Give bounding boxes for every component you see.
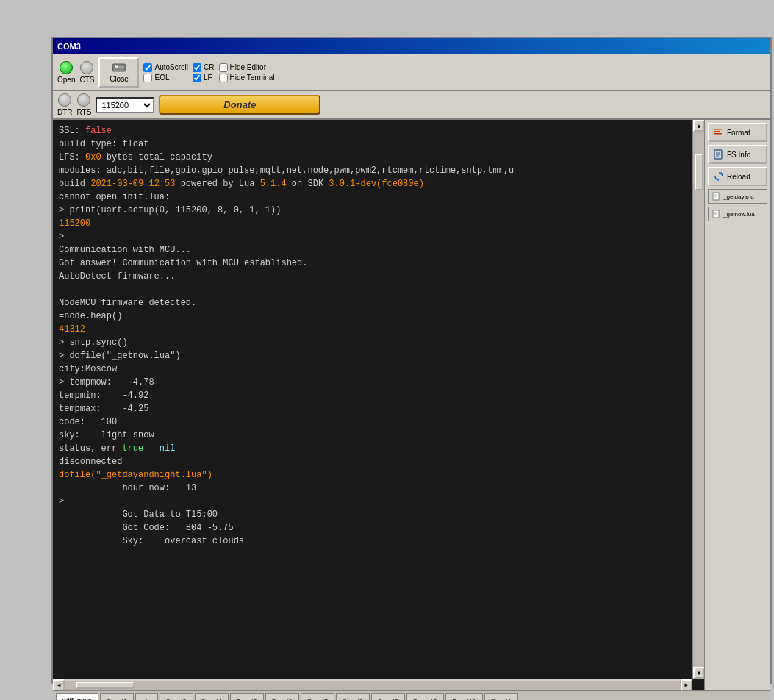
- file2-label: _getnow.lua: [723, 211, 755, 218]
- rts-led: RTS: [77, 93, 92, 116]
- tab-script6[interactable]: Script6: [265, 693, 299, 700]
- cr-label: CR: [204, 63, 214, 71]
- fsinfo-label: FS Info: [727, 151, 750, 159]
- lf-label: LF: [204, 74, 212, 82]
- svg-rect-4: [714, 129, 722, 130]
- lf-item[interactable]: LF: [193, 74, 214, 82]
- autoscroll-label: AutoScroll: [154, 63, 188, 71]
- scroll-thumb-h[interactable]: [76, 682, 135, 689]
- tab-wifi8266[interactable]: wifi_8266: [56, 693, 98, 700]
- tab-bar: wifi_8266 Script1 nth Script2 Script4 Sc…: [53, 690, 770, 700]
- cr-item[interactable]: CR: [193, 63, 214, 72]
- fsinfo-icon: [714, 149, 724, 160]
- tab-script1[interactable]: Script1: [100, 693, 134, 700]
- autoscroll-checkbox[interactable]: [143, 63, 152, 72]
- terminal-output[interactable]: SSL: false build type: float LFS: 0x0 by…: [53, 120, 704, 676]
- tab-10-label: Script10: [413, 698, 437, 701]
- tab-script11[interactable]: Script11: [445, 693, 483, 700]
- open-led-indicator: [60, 61, 73, 74]
- main-window: COM3 Open CTS Close AutoSc: [51, 37, 772, 684]
- hide-editor-item[interactable]: Hide Editor: [219, 63, 275, 72]
- eol-item[interactable]: EOL: [143, 74, 188, 82]
- svg-rect-6: [714, 133, 722, 135]
- baud-select[interactable]: 115200 9600 57600 230400: [96, 97, 154, 113]
- eol-label: EOL: [154, 74, 169, 82]
- dtr-led-indicator: [58, 93, 71, 107]
- close-icon: [112, 62, 126, 74]
- file-icon-2: [712, 210, 721, 218]
- reload-label: Reload: [727, 173, 750, 181]
- toolbar-row1: Open CTS Close AutoScroll EO: [53, 54, 770, 91]
- tab-1-label: Script1: [107, 698, 127, 701]
- checkbox-group-3: Hide Editor Hide Terminal: [219, 63, 275, 82]
- vertical-scrollbar[interactable]: ▲ ▼: [692, 120, 704, 679]
- hide-terminal-label: Hide Terminal: [230, 74, 275, 82]
- format-button[interactable]: Format: [708, 123, 767, 142]
- tab-script8[interactable]: Script8: [336, 693, 370, 700]
- file1-label: _getdayand: [723, 193, 754, 200]
- file-item-2[interactable]: _getnow.lua: [708, 207, 767, 221]
- file-icon-1: [712, 192, 721, 201]
- file-item-1[interactable]: _getdayand: [708, 189, 767, 204]
- hide-editor-checkbox[interactable]: [219, 63, 228, 72]
- checkbox-group-2: CR LF: [193, 63, 214, 82]
- svg-rect-5: [714, 131, 720, 132]
- scroll-track-h: [65, 681, 681, 690]
- window-title: COM3: [57, 42, 81, 51]
- svg-rect-0: [113, 64, 126, 71]
- tab-5-label: Script5: [237, 698, 257, 701]
- scroll-up-button[interactable]: ▲: [693, 120, 704, 132]
- rts-label: RTS: [77, 108, 92, 116]
- tab-script1b[interactable]: Script1: [484, 693, 518, 700]
- tab-3-label: Script2: [166, 698, 187, 701]
- tab-6-label: Script6: [272, 698, 293, 701]
- hide-terminal-item[interactable]: Hide Terminal: [219, 74, 275, 82]
- tab-12-label: Script1: [491, 698, 512, 701]
- tab-script10[interactable]: Script10: [406, 693, 444, 700]
- fsinfo-button[interactable]: FS Info: [708, 145, 767, 164]
- dtr-label: DTR: [57, 108, 73, 116]
- tab-script4[interactable]: Script4: [195, 693, 229, 700]
- eol-checkbox[interactable]: [143, 74, 152, 82]
- tab-script9[interactable]: Script9: [371, 693, 405, 700]
- tab-nth[interactable]: nth: [135, 693, 158, 700]
- reload-icon: [714, 171, 724, 182]
- tab-8-label: Script8: [343, 698, 363, 701]
- title-bar: COM3: [53, 38, 770, 54]
- lf-checkbox[interactable]: [193, 74, 201, 82]
- hide-terminal-checkbox[interactable]: [219, 74, 228, 82]
- cts-led: CTS: [79, 61, 94, 84]
- cr-checkbox[interactable]: [193, 63, 201, 72]
- toolbar-row2: DTR RTS 115200 9600 57600 230400 Donate: [53, 91, 770, 120]
- horizontal-scrollbar[interactable]: ◀ ▶: [53, 679, 692, 690]
- donate-button[interactable]: Donate: [159, 95, 320, 115]
- scroll-thumb-v[interactable]: [695, 154, 703, 190]
- checkbox-group-1: AutoScroll EOL: [143, 63, 188, 82]
- tab-9-label: Script9: [378, 698, 398, 701]
- dtr-led: DTR: [57, 93, 73, 116]
- cts-label: CTS: [79, 76, 94, 84]
- tab-4-label: Script4: [201, 698, 222, 701]
- tab-script7[interactable]: Script7: [301, 693, 334, 700]
- tab-11-label: Script11: [452, 698, 476, 701]
- tab-0-label: wifi_8266: [62, 697, 92, 700]
- format-label: Format: [727, 129, 750, 137]
- reload-button[interactable]: Reload: [708, 167, 767, 186]
- scroll-track-v: [693, 132, 704, 667]
- donate-label: Donate: [223, 99, 256, 110]
- rts-led-indicator: [77, 93, 90, 107]
- tab-script2[interactable]: Script2: [160, 693, 193, 700]
- cts-led-indicator: [80, 61, 93, 74]
- open-label: Open: [57, 76, 75, 84]
- tab-2-label: nth: [142, 698, 151, 701]
- scroll-down-button[interactable]: ▼: [693, 667, 704, 679]
- close-button[interactable]: Close: [98, 57, 139, 88]
- main-area: SSL: false build type: float LFS: 0x0 by…: [53, 120, 770, 690]
- tab-script5[interactable]: Script5: [230, 693, 264, 700]
- scroll-right-button[interactable]: ▶: [681, 679, 692, 691]
- sidebar: Format FS Info Reload: [704, 120, 770, 690]
- autoscroll-item[interactable]: AutoScroll: [143, 63, 188, 72]
- scroll-left-button[interactable]: ◀: [53, 679, 65, 691]
- format-icon: [714, 127, 724, 138]
- open-led[interactable]: Open: [57, 61, 75, 84]
